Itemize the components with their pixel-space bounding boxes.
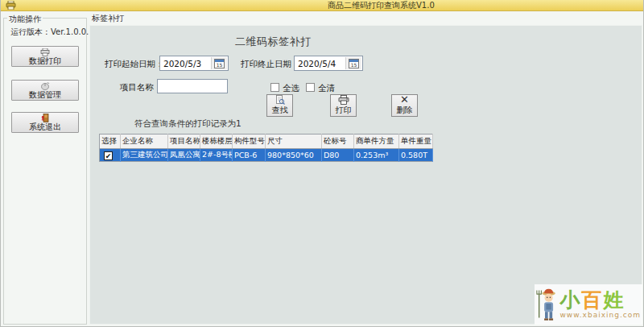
col-header-size[interactable]: 尺寸 — [266, 135, 322, 149]
cell-component-model: PCB-6 — [233, 149, 266, 162]
find-button-label: 查找 — [272, 105, 288, 116]
calendar-icon: 15 — [349, 59, 359, 68]
col-header-unit-weight[interactable]: 单件重量 — [399, 135, 433, 149]
exit-door-icon — [41, 114, 50, 122]
col-header-concrete-grade[interactable]: 砼标号 — [322, 135, 354, 149]
app-window: 商品二维码打印查询系统V1.0 功能操作 运行版本：Ver.1.0.0.1 数据… — [0, 0, 644, 327]
project-name-label: 项目名称： — [120, 82, 163, 93]
printer-icon — [40, 48, 50, 56]
cell-unit-volume: 0.253m³ — [354, 149, 399, 162]
title-bar: 商品二维码打印查询系统V1.0 — [1, 0, 644, 11]
end-date-calendar-button[interactable]: 15 — [345, 57, 361, 69]
cell-size: 980*850*60 — [266, 149, 322, 162]
row-select-cell: ✔ — [100, 149, 121, 162]
clear-all-checkbox[interactable] — [306, 83, 315, 92]
start-date-value: 2020/5/3 — [160, 59, 211, 68]
farmer-mascot-icon — [536, 287, 559, 322]
end-date-label: 打印终止日期： — [241, 59, 300, 70]
print-button[interactable]: 打印 — [330, 94, 357, 117]
sidebar-button-label: 数据打印 — [29, 56, 61, 65]
cell-building-floor: 2#-8号楼 — [200, 149, 233, 162]
sidebar-function-group: 功能操作 运行版本：Ver.1.0.0.1 数据打印 数据管理 — [3, 18, 87, 325]
printer-icon — [338, 95, 349, 105]
result-summary: 符合查询条件的打印记录为1 — [134, 118, 242, 130]
delete-button[interactable]: ✕ 删除 — [391, 94, 418, 117]
find-button[interactable]: 查找 — [266, 94, 293, 117]
col-header-component-model[interactable]: 构件型号 — [233, 135, 266, 149]
version-label: 运行版本：Ver.1.0.0.1 — [10, 27, 94, 38]
row-checkbox[interactable]: ✔ — [104, 151, 113, 160]
cell-project: 凤凰公寓 — [168, 149, 200, 162]
tab-panel-reprint: 二维码标签补打 打印起始日期： 2020/5/3 15 打印终止日期： 2020… — [89, 25, 642, 325]
delete-button-label: 删除 — [397, 105, 413, 116]
cell-unit-weight: 0.580T — [399, 149, 433, 162]
col-header-project[interactable]: 项目名称 — [168, 135, 200, 149]
start-date-calendar-button[interactable]: 15 — [211, 57, 227, 69]
clear-all-label: 全清 — [318, 83, 335, 94]
sidebar-button-exit[interactable]: 系统退出 — [11, 112, 79, 133]
col-header-building-floor[interactable]: 楼栋楼层 — [200, 135, 233, 149]
start-date-label: 打印起始日期： — [105, 59, 164, 70]
watermark-brand: 小百姓 — [560, 290, 642, 311]
mouse-icon — [40, 81, 50, 90]
tab-label-reprint[interactable]: 标签补打 — [92, 13, 124, 24]
watermark: 小百姓 www.xbaixing.com — [535, 284, 642, 325]
page-title: 二维码标签补打 — [235, 35, 312, 49]
sidebar-button-data-print[interactable]: 数据打印 — [11, 46, 79, 67]
check-all-checkbox[interactable] — [270, 83, 279, 92]
sidebar-button-label: 数据管理 — [29, 90, 61, 99]
end-date-value: 2020/5/4 — [295, 59, 345, 68]
cell-concrete-grade: D80 — [322, 149, 354, 162]
col-header-company[interactable]: 企业名称 — [121, 135, 168, 149]
start-date-picker[interactable]: 2020/5/3 15 — [159, 56, 229, 71]
col-header-unit-volume[interactable]: 商单件方量 — [354, 135, 399, 149]
sidebar-button-data-manage[interactable]: 数据管理 — [11, 80, 79, 101]
table-row[interactable]: ✔ 第三建筑公司 凤凰公寓 2#-8号楼 PCB-6 980*850*60 D8… — [100, 149, 433, 162]
print-button-label: 打印 — [336, 105, 352, 116]
delete-x-icon: ✕ — [400, 95, 409, 105]
calendar-icon: 15 — [214, 59, 225, 68]
end-date-picker[interactable]: 2020/5/4 15 — [294, 56, 363, 71]
window-title: 商品二维码打印查询系统V1.0 — [328, 1, 435, 10]
search-doc-icon — [275, 95, 285, 105]
sidebar-button-label: 系统退出 — [29, 122, 61, 131]
print-records-table: 选择 企业名称 项目名称 楼栋楼层 构件型号 尺寸 砼标号 商单件方量 单件重量… — [99, 134, 433, 162]
project-name-input[interactable] — [157, 79, 228, 93]
col-header-select[interactable]: 选择 — [100, 135, 121, 149]
sidebar-group-title: 功能操作 — [7, 14, 43, 25]
watermark-url: www.xbaixing.com — [560, 311, 642, 319]
cell-company: 第三建筑公司 — [121, 149, 168, 162]
table-header-row: 选择 企业名称 项目名称 楼栋楼层 构件型号 尺寸 砼标号 商单件方量 单件重量 — [100, 135, 433, 149]
check-all-label: 全选 — [283, 83, 299, 94]
printer-icon — [6, 1, 16, 10]
